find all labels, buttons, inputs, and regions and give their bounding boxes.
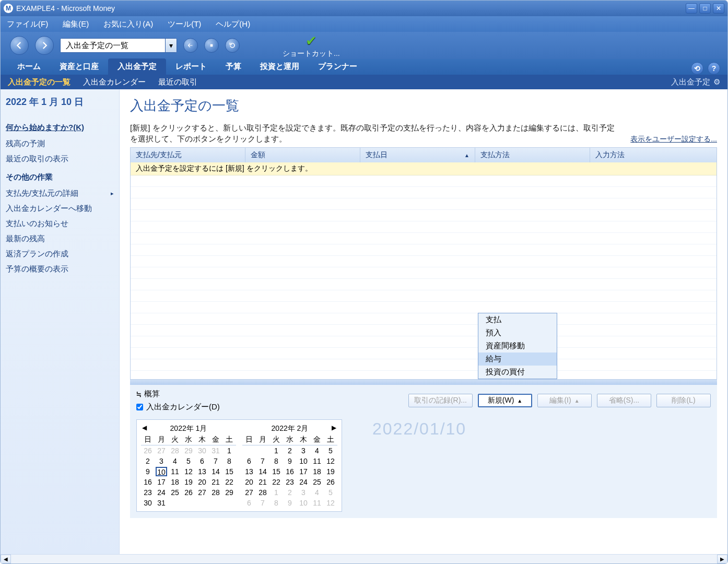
toolbar-round-1[interactable] bbox=[183, 38, 198, 53]
calendar-day[interactable]: 6 bbox=[242, 498, 256, 508]
tabbar-help-icon[interactable]: ? bbox=[708, 62, 720, 75]
calendar-day[interactable]: 9 bbox=[283, 498, 297, 508]
calendar-day[interactable] bbox=[256, 445, 269, 456]
tab-invest[interactable]: 投資と運用 bbox=[251, 58, 309, 75]
col-date[interactable]: 支払日▲ bbox=[360, 148, 475, 162]
sidebar-link-budget-summary[interactable]: 予算の概要の表示 bbox=[6, 263, 114, 275]
tab-planner[interactable]: プランナー bbox=[309, 58, 367, 75]
table-row[interactable] bbox=[131, 256, 717, 267]
calendar-day[interactable]: 18 bbox=[168, 477, 182, 487]
calendar-day[interactable]: 1 bbox=[222, 445, 236, 456]
sidebar-link-latest-balance[interactable]: 最新の残高 bbox=[6, 233, 114, 245]
table-row[interactable] bbox=[131, 325, 717, 336]
delete-button[interactable]: 削除(L) bbox=[656, 394, 711, 407]
calendar-day[interactable]: 24 bbox=[297, 477, 310, 487]
tab-assets[interactable]: 資産と口座 bbox=[50, 58, 108, 75]
calendar-day[interactable]: 11 bbox=[310, 456, 324, 466]
calendar-day[interactable]: 26 bbox=[324, 477, 337, 487]
calendar-day[interactable]: 3 bbox=[297, 487, 310, 498]
customize-view-link[interactable]: 表示をユーザー設定する... bbox=[630, 135, 717, 144]
sidebar-link-goto-calendar[interactable]: 入出金カレンダーへ移動 bbox=[6, 203, 114, 215]
calendar-day[interactable]: 9 bbox=[283, 456, 297, 466]
calendar-day[interactable]: 7 bbox=[256, 498, 269, 508]
col-amount[interactable]: 金額 bbox=[245, 148, 360, 162]
back-button[interactable] bbox=[10, 36, 29, 55]
next-month-icon[interactable]: ▶ bbox=[332, 424, 336, 431]
calendar-day[interactable]: 31 bbox=[209, 445, 222, 456]
location-dropdown-icon[interactable]: ▾ bbox=[165, 39, 177, 52]
scroll-left-icon[interactable]: ◀ bbox=[1, 555, 11, 563]
shortcut-button[interactable]: ✔︎ ショートカット... bbox=[283, 33, 340, 58]
calendar-day[interactable]: 12 bbox=[324, 498, 337, 508]
calendar-day[interactable]: 22 bbox=[269, 477, 283, 487]
calendar-day[interactable]: 28 bbox=[168, 445, 182, 456]
calendar-day[interactable]: 11 bbox=[310, 498, 324, 508]
calendar-day[interactable]: 29 bbox=[222, 487, 236, 498]
menu-help[interactable]: ヘルプ(H) bbox=[216, 19, 250, 29]
calendar-day[interactable]: 2 bbox=[283, 445, 297, 456]
calendar-day[interactable]: 7 bbox=[256, 456, 269, 466]
mini-calendar-feb[interactable]: 2022年 2月▶ 日月火水木金土12345678910111213141516… bbox=[242, 423, 337, 508]
calendar-day[interactable] bbox=[242, 445, 256, 456]
col-method[interactable]: 支払方法 bbox=[475, 148, 590, 162]
calendar-day[interactable]: 11 bbox=[168, 466, 182, 477]
calendar-day[interactable]: 2 bbox=[141, 456, 155, 466]
calendar-day[interactable]: 10 bbox=[155, 466, 168, 477]
calendar-day[interactable]: 25 bbox=[168, 487, 182, 498]
calendar-day[interactable]: 8 bbox=[269, 456, 283, 466]
location-input[interactable] bbox=[61, 39, 165, 52]
sidebar-link-recent[interactable]: 最近の取引の表示 bbox=[6, 153, 114, 165]
calendar-day[interactable]: 29 bbox=[182, 445, 195, 456]
calendar-day[interactable]: 27 bbox=[195, 487, 209, 498]
calendar-day[interactable]: 10 bbox=[297, 456, 310, 466]
h-scrollbar[interactable]: ◀ ▶ bbox=[1, 554, 727, 563]
menu-favorites[interactable]: お気に入り(A) bbox=[103, 19, 153, 29]
menu-file[interactable]: ファイル(F) bbox=[7, 19, 48, 29]
calendar-day[interactable] bbox=[195, 498, 209, 508]
maximize-button[interactable]: □ bbox=[699, 3, 711, 14]
calendar-day[interactable]: 9 bbox=[141, 466, 155, 477]
new-menu-item[interactable]: 給与 bbox=[478, 352, 557, 366]
calendar-day[interactable]: 19 bbox=[182, 477, 195, 487]
calendar-day[interactable]: 18 bbox=[310, 466, 324, 477]
sidebar-start-header[interactable]: 何から始めますか?(K) bbox=[6, 123, 114, 133]
minimize-button[interactable]: ― bbox=[686, 3, 697, 14]
table-row[interactable] bbox=[131, 198, 717, 210]
calendar-day[interactable]: 25 bbox=[310, 477, 324, 487]
mini-calendar-jan[interactable]: ◀2022年 1月 日月火水木金土26272829303112345678910… bbox=[141, 423, 236, 508]
table-row[interactable] bbox=[131, 244, 717, 256]
table-row[interactable] bbox=[131, 187, 717, 198]
calendar-day[interactable]: 23 bbox=[283, 477, 297, 487]
calendar-day[interactable]: 7 bbox=[209, 456, 222, 466]
table-row[interactable] bbox=[131, 336, 717, 348]
menu-edit[interactable]: 編集(E) bbox=[63, 19, 89, 29]
sidebar-link-pay-notice[interactable]: 支払いのお知らせ bbox=[6, 218, 114, 230]
calendar-day[interactable]: 4 bbox=[310, 487, 324, 498]
calendar-day[interactable]: 10 bbox=[297, 498, 310, 508]
calendar-day[interactable]: 31 bbox=[155, 498, 168, 508]
calendar-day[interactable]: 1 bbox=[269, 445, 283, 456]
calendar-day[interactable]: 26 bbox=[182, 487, 195, 498]
calendar-day[interactable]: 22 bbox=[222, 477, 236, 487]
table-rows-scroll[interactable] bbox=[131, 175, 717, 379]
subtab-calendar[interactable]: 入出金カレンダー bbox=[83, 76, 146, 89]
table-row[interactable] bbox=[131, 267, 717, 279]
table-row[interactable] bbox=[131, 348, 717, 359]
calendar-day[interactable]: 21 bbox=[209, 477, 222, 487]
calendar-day[interactable]: 28 bbox=[209, 487, 222, 498]
calendar-day[interactable]: 12 bbox=[324, 456, 337, 466]
table-row[interactable] bbox=[131, 313, 717, 325]
tab-report[interactable]: レポート bbox=[166, 58, 216, 75]
calendar-day[interactable]: 20 bbox=[242, 477, 256, 487]
location-combo[interactable]: ▾ bbox=[60, 38, 177, 53]
new-menu-item[interactable]: 預入 bbox=[478, 326, 557, 339]
calendar-day[interactable]: 8 bbox=[269, 498, 283, 508]
calendar-day[interactable]: 30 bbox=[195, 445, 209, 456]
col-input[interactable]: 入力方法 bbox=[590, 148, 717, 162]
calendar-day[interactable]: 23 bbox=[141, 487, 155, 498]
new-button[interactable]: 新規(W)▲ bbox=[478, 394, 532, 407]
sidebar-link-forecast[interactable]: 残高の予測 bbox=[6, 138, 114, 150]
calendar-checkbox-row[interactable]: 入出金カレンダー(D) bbox=[136, 402, 220, 412]
calendar-day[interactable]: 26 bbox=[141, 445, 155, 456]
col-payee[interactable]: 支払先/支払元 bbox=[131, 148, 245, 162]
